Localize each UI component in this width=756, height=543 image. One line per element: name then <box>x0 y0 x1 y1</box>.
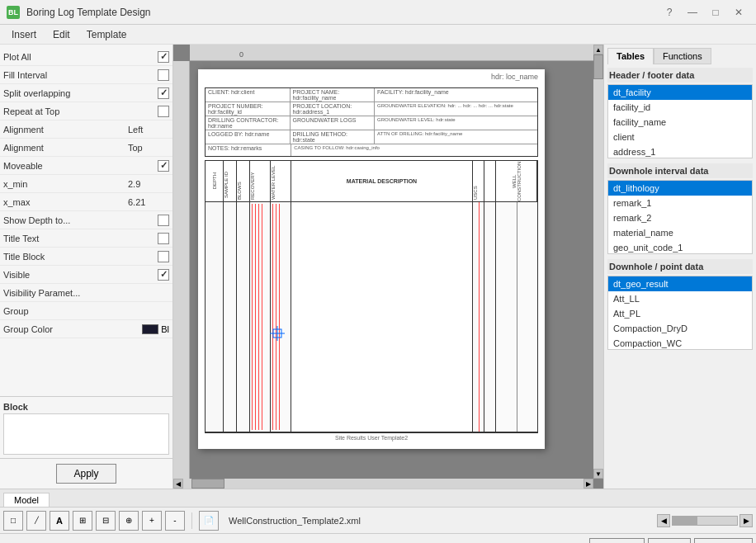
prop-label-fill-interval: Fill Interval <box>3 70 158 80</box>
tool-zoom-out[interactable]: - <box>165 511 185 531</box>
depth-header-label: DEPTH <box>212 172 217 189</box>
checkbox-plot-all[interactable]: ✓ <box>158 51 169 63</box>
header-cell-sampletable: GROUNDWATER ELEVATION: hdr: ... hdr: ...… <box>375 102 537 116</box>
scroll-left-btn2[interactable]: ◀ <box>657 514 670 527</box>
list-item-facility-name[interactable]: facility_name <box>608 115 752 130</box>
checkbox-title-text[interactable] <box>158 233 169 244</box>
tool-grid2[interactable]: ⊟ <box>96 511 116 531</box>
list-item-remark1[interactable]: remark_1 <box>608 196 752 210</box>
tool-zoom-fit[interactable]: ⊕ <box>119 511 139 531</box>
menu-template[interactable]: Template <box>78 27 135 42</box>
header-cell-drilling2: DRILLING METHOD: hdr:state <box>291 130 376 144</box>
center-panel: 0 hdr: loc_name CLIENT: hdr:client PROJE… <box>173 45 603 489</box>
minimize-button[interactable]: — <box>682 3 703 21</box>
checkbox-visible[interactable]: ✓ <box>158 269 169 281</box>
scroll-right-btn2[interactable]: ▶ <box>739 514 753 527</box>
page-inner: hdr: loc_name CLIENT: hdr:client PROJECT… <box>198 69 545 449</box>
scrollbar-horizontal[interactable]: ◀ ▶ <box>173 479 593 489</box>
tab-tables[interactable]: Tables <box>607 48 654 64</box>
prop-label-title-block: Title Block <box>3 252 158 262</box>
tab-model[interactable]: Model <box>3 493 50 507</box>
tool-zoom-in[interactable]: + <box>142 511 162 531</box>
prop-moveable: Moveable ✓ <box>0 157 172 175</box>
list-item-material-name[interactable]: material_name <box>608 225 752 240</box>
tool-grid1[interactable]: ⊞ <box>73 511 92 531</box>
prop-label-visibility-param: Visibility Paramet... <box>3 288 128 298</box>
tool-square[interactable]: □ <box>3 511 23 531</box>
cancel-button[interactable]: Cancel <box>694 538 753 544</box>
prop-label-alignment-left: Alignment <box>3 125 128 135</box>
scrollbar-thumb-v[interactable] <box>593 54 603 79</box>
prop-repeat-top: Repeat at Top <box>0 102 172 120</box>
list-item-att-pl[interactable]: Att_PL <box>608 306 752 321</box>
wl-lines <box>271 202 291 432</box>
scrollbar-right-btn[interactable]: ▶ <box>584 479 593 489</box>
scrollbar-thumb-h[interactable] <box>191 479 224 489</box>
color-swatch <box>142 324 158 334</box>
list-item-compaction-dryd[interactable]: Compaction_DryD <box>608 321 752 336</box>
scrollbar-vertical[interactable]: ▲ ▼ <box>593 45 603 479</box>
window-controls: ? — □ ✕ <box>659 3 749 21</box>
crosshair-indicator[interactable] <box>270 326 285 341</box>
help-button[interactable]: ? <box>659 3 680 21</box>
header-row-5: NOTES: hdr:remarks CASING TO FOLLOW: hdr… <box>206 144 537 156</box>
page: hdr: loc_name CLIENT: hdr:client PROJECT… <box>198 69 545 449</box>
bottom-scroll-controls: ◀ ▶ <box>657 514 753 527</box>
header-cell-client: CLIENT: hdr:client <box>206 88 291 102</box>
checkbox-moveable[interactable]: ✓ <box>158 160 169 172</box>
scrollbar-down-btn[interactable]: ▼ <box>593 469 603 479</box>
ok-button[interactable]: OK <box>648 538 690 544</box>
ruler-horizontal: 0 <box>190 45 603 61</box>
header-cell-drilling: DRILLING CONTRACTOR: hdr:name <box>206 116 291 130</box>
tab-functions[interactable]: Functions <box>654 48 711 64</box>
list-item-remark2[interactable]: remark_2 <box>608 210 752 225</box>
checkbox-fill-interval[interactable] <box>158 69 169 81</box>
apply-button[interactable]: Apply <box>56 464 116 484</box>
checkbox-split-overlapping[interactable]: ✓ <box>158 87 169 99</box>
menu-insert[interactable]: Insert <box>3 27 45 42</box>
list-item-client[interactable]: client <box>608 130 752 144</box>
menu-edit[interactable]: Edit <box>45 27 78 42</box>
bottom-toolbar: □ ╱ A ⊞ ⊟ ⊕ + - 📄 WellConstruction_Templ… <box>0 507 756 533</box>
prop-label-moveable: Moveable <box>3 161 158 171</box>
list-item-facility-id[interactable]: facility_id <box>608 100 752 115</box>
list-item-dt-geo-result[interactable]: dt_geo_result <box>608 276 752 291</box>
list-item-dt-lithology[interactable]: dt_lithology <box>608 181 752 196</box>
header-cell-attwater: GROUNDWATER LEVEL: hdr:state <box>375 116 537 130</box>
list-item-geo-unit-1[interactable]: geo_unit_code_1 <box>608 240 752 254</box>
red-line-4 <box>262 204 262 430</box>
scrollbar-left-btn[interactable]: ◀ <box>173 479 183 489</box>
header-cell-project: PROJECT NAME: hdr:facility_name <box>291 88 376 102</box>
list-item-dt-facility[interactable]: dt_facility <box>608 85 752 100</box>
prop-plot-all: Plot All ✓ <box>0 48 172 66</box>
tool-file[interactable]: 📄 <box>199 511 219 531</box>
block-label: Block <box>3 400 169 413</box>
prop-label-plot-all: Plot All <box>3 52 158 62</box>
checkbox-repeat-top[interactable] <box>158 106 169 117</box>
scrollbar-up-btn[interactable]: ▲ <box>593 45 603 54</box>
blows-body <box>237 202 250 432</box>
select-button[interactable]: Select <box>589 538 645 544</box>
downhole-point-list: dt_geo_result Att_LL Att_PL Compaction_D… <box>607 276 753 350</box>
prop-xmin: x_min 2.9 <box>0 175 172 193</box>
list-item-att-ll[interactable]: Att_LL <box>608 291 752 306</box>
close-button[interactable]: ✕ <box>728 3 749 21</box>
document-area: hdr: loc_name CLIENT: hdr:client PROJECT… <box>190 61 603 489</box>
maximize-button[interactable]: □ <box>705 3 726 21</box>
tool-text[interactable]: A <box>50 511 69 531</box>
header-row-2: PROJECT NUMBER: hdr:facility_id PROJECT … <box>206 102 537 116</box>
recovery-lines <box>250 202 270 432</box>
header-cell-notes: NOTES: hdr:remarks <box>206 144 291 156</box>
prop-label-visible: Visible <box>3 270 158 280</box>
prop-group: Group <box>0 302 172 320</box>
h-scroll-thumb2[interactable] <box>673 517 697 525</box>
prop-label-title-text: Title Text <box>3 234 158 243</box>
list-item-compaction-wc[interactable]: Compaction_WC <box>608 336 752 350</box>
col8-body <box>484 202 496 432</box>
red-line-1 <box>252 204 253 430</box>
checkbox-show-depth[interactable] <box>158 215 169 226</box>
wl-body <box>271 202 291 432</box>
list-item-address1[interactable]: address_1 <box>608 144 752 158</box>
checkbox-title-block[interactable] <box>158 251 169 262</box>
tool-separator[interactable]: ╱ <box>26 511 46 531</box>
